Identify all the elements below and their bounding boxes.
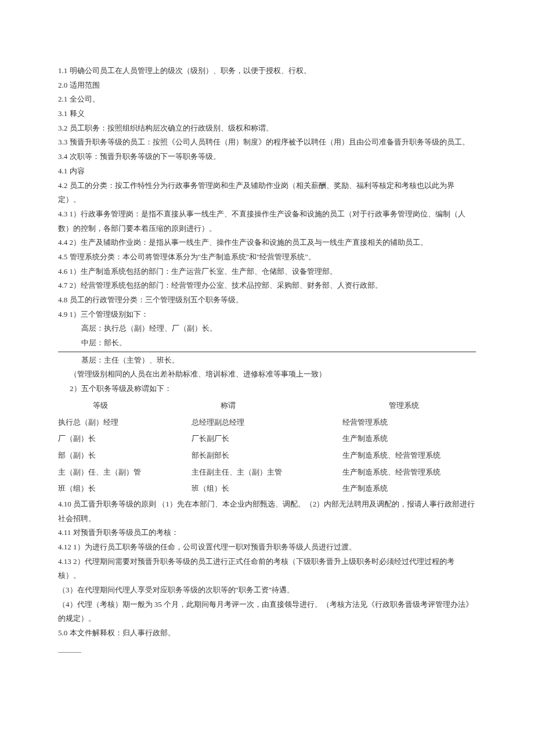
- cell-rank: 厂（副）长: [58, 431, 192, 447]
- table-header-row: 等级 称谓 管理系统: [58, 397, 476, 414]
- footer-divider: [58, 652, 81, 653]
- para-4-3: 4.3 1）行政事务管理岗：是指不直接从事一线生产、不直接操作生产设备和设施的员…: [58, 207, 476, 236]
- para-4-4: 4.4 2）生产及辅助作业岗：是指从事一线生产、操作生产设备和设施的员工及与一线…: [58, 236, 476, 250]
- cell-title: 部长副部长: [192, 447, 342, 464]
- cell-rank: 部（副）长: [58, 447, 192, 464]
- level-high: 高层：执行总（副）经理、厂（副）长。: [58, 321, 476, 336]
- para-4-10: 4.10 员工晋升职务等级的原则 （1）先在本部门、本企业内部甄选、调配。（2）…: [58, 497, 476, 526]
- table-row: 厂（副）长 厂长副厂长 生产制造系统: [58, 431, 476, 447]
- cell-system: 生产制造系统、经营管理系统: [342, 464, 476, 481]
- cell-system: 生产制造系统、经营管理系统: [342, 447, 476, 464]
- para-3-4: 3.4 次职等：预晋升职务等级的下一等职务等级。: [58, 150, 476, 164]
- table-row: 部（副）长 部长副部长 生产制造系统、经营管理系统: [58, 447, 476, 464]
- cell-title: 主任副主任、主（副）主管: [192, 464, 342, 481]
- cell-title: 班（组）长: [192, 480, 342, 497]
- para-3-1: 3.1 释义: [58, 107, 476, 121]
- para-4-5: 4.5 管理系统分类：本公司将管理体系分为"生产制造系统"和"经营管理系统"。: [58, 250, 476, 265]
- five-ranks-intro: 2）五个职务等级及称谓如下：: [58, 382, 476, 396]
- para-4-9: 4.9 1）三个管理级别如下：: [58, 308, 476, 322]
- para-4-11: 4.11 对预晋升职务等级员工的考核：: [58, 526, 476, 540]
- table-row: 班（组）长 班（组）长 生产制造系统: [58, 480, 476, 497]
- para-2-0: 2.0 适用范围: [58, 78, 476, 93]
- para-4-6: 4.6 1）生产制造系统包括的部门：生产运营厂长室、生产部、仓储部、设备管理部。: [58, 265, 476, 279]
- table-row: 主（副）任、主（副）管 主任副主任、主（副）主管 生产制造系统、经营管理系统: [58, 464, 476, 481]
- para-4-8: 4.8 员工的行政管理分类：三个管理级别五个职务等级。: [58, 293, 476, 308]
- para-4-1: 4.1 内容: [58, 164, 476, 179]
- cell-system: 生产制造系统: [342, 431, 476, 447]
- cell-title: 总经理副总经理: [192, 414, 342, 431]
- para-4-13-4: （4）代理（考核）期一般为 35 个月，此期间每月考评一次，由直接领导进行。（考…: [58, 598, 476, 626]
- para-4-2: 4.2 员工的分类：按工作特性分为行政事务管理岗和生产及辅助作业岗（相关薪酬、奖…: [58, 179, 476, 207]
- level-mid: 中层：部长。: [58, 336, 476, 352]
- cell-rank: 执行总（副）经理: [58, 414, 192, 431]
- table-row: 执行总（副）经理 总经理副总经理 经营管理系统: [58, 414, 476, 431]
- para-3-2: 3.2 员工职务：按照组织结构层次确立的行政级别、级权和称谓。: [58, 121, 476, 136]
- para-5-0: 5.0 本文件解释权：归人事行政部。: [58, 626, 476, 641]
- col-header-title: 称谓: [192, 397, 342, 414]
- cell-rank: 主（副）任、主（副）管: [58, 464, 192, 481]
- cell-system: 经营管理系统: [342, 414, 476, 431]
- para-1-1: 1.1 明确公司员工在人员管理上的级次（级别）、职务，以便于授权、行权。: [58, 64, 476, 78]
- rank-table: 等级 称谓 管理系统 执行总（副）经理 总经理副总经理 经营管理系统 厂（副）长…: [58, 397, 476, 497]
- cell-rank: 班（组）长: [58, 480, 192, 497]
- note-same-level: （管理级别相同的人员在出差补助标准、培训标准、进修标准等事项上一致）: [58, 367, 476, 382]
- para-4-12: 4.12 1）为进行员工职务等级的任命，公司设置代理一职对预晋升职务等级人员进行…: [58, 540, 476, 555]
- para-4-7: 4.7 2）经营管理系统包括的部门：经营管理办公室、技术品控部、采购部、财务部、…: [58, 278, 476, 293]
- document-page: 1.1 明确公司员工在人员管理上的级次（级别）、职务，以便于授权、行权。 2.0…: [0, 0, 534, 756]
- para-4-13: 4.13 2）代理期间需要对预晋升职务等级的员工进行正式任命前的考核（下级职务晋…: [58, 555, 476, 583]
- cell-system: 生产制造系统: [342, 480, 476, 497]
- para-4-13-3: （3）在代理期间代理人享受对应职务等级的次职等的"职务工资"待遇。: [58, 583, 476, 598]
- col-header-system: 管理系统: [342, 397, 476, 414]
- para-3-3: 3.3 预晋升职务等级的员工：按照《公司人员聘任（用）制度》的程序被予以聘任（用…: [58, 135, 476, 150]
- level-base: 基层：主任（主管）、班长。: [58, 353, 476, 368]
- col-header-rank: 等级: [58, 397, 192, 414]
- cell-title: 厂长副厂长: [192, 431, 342, 447]
- para-2-1: 2.1 全公司。: [58, 92, 476, 107]
